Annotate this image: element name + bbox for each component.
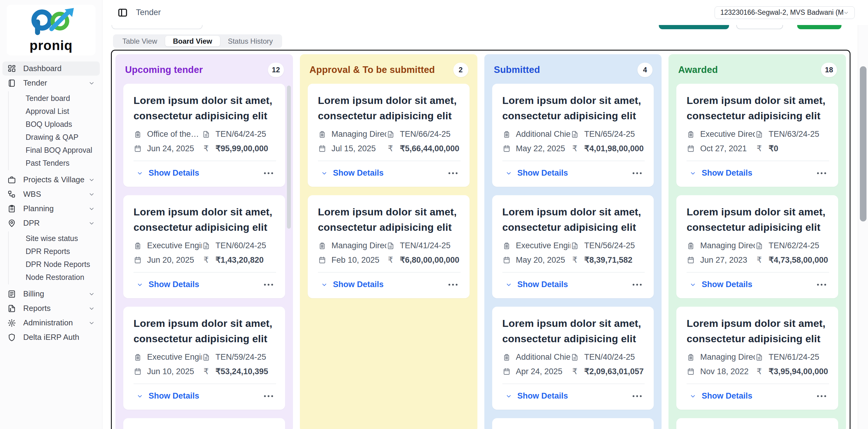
building-icon xyxy=(687,353,695,362)
calendar-icon xyxy=(133,256,142,264)
chevron-down-icon xyxy=(505,170,512,176)
tender-card[interactable]: Lorem ipsum dolor sit amet, consectetur … xyxy=(492,418,654,429)
sidebar-item-dashboard[interactable]: Dashboard xyxy=(2,62,100,76)
chevron-down-icon xyxy=(505,393,512,399)
tender-date: Nov 18, 2022 xyxy=(687,367,755,376)
sidebar-item-administration[interactable]: Administration xyxy=(2,316,100,330)
tender-card-title: Lorem ipsum dolor sit amet, consectetur … xyxy=(133,204,276,235)
tab-table-view[interactable]: Table View xyxy=(115,36,165,46)
tender-reference: TEN/59/24-25 xyxy=(202,353,276,362)
card-menu-button[interactable] xyxy=(816,393,827,399)
window-scrollbar[interactable] xyxy=(858,25,868,429)
brand-logo: proniq xyxy=(7,5,96,56)
show-details-link[interactable]: Show Details xyxy=(518,391,568,401)
show-details-link[interactable]: Show Details xyxy=(702,280,752,289)
card-menu-button[interactable] xyxy=(447,282,459,288)
tender-card[interactable]: Lorem ipsum dolor sit amet, consectetur … xyxy=(676,84,838,187)
partial-button-outline[interactable] xyxy=(736,25,783,29)
sidebar-item-boq-uploads[interactable]: BOQ Uploads xyxy=(9,118,102,131)
sidebar-item-label: Dashboard xyxy=(23,64,61,73)
card-menu-button[interactable] xyxy=(263,282,274,288)
show-details-link[interactable]: Show Details xyxy=(702,168,752,178)
sidebar-item-dpr-node-reports[interactable]: DPR Node Reports xyxy=(9,258,102,271)
show-details-link[interactable]: Show Details xyxy=(333,168,384,178)
tender-card[interactable]: Lorem ipsum dolor sit amet, consectetur … xyxy=(308,195,470,298)
tender-card[interactable]: Lorem ipsum dolor sit amet, consectetur … xyxy=(676,195,838,298)
column-count-badge: 12 xyxy=(268,63,284,77)
show-details-link[interactable]: Show Details xyxy=(702,391,752,401)
card-menu-button[interactable] xyxy=(631,393,643,399)
tender-date: Apr 24, 2025 xyxy=(502,367,571,376)
partial-button-green[interactable] xyxy=(797,25,841,29)
sidebar-item-projects-village[interactable]: Projects & Village xyxy=(2,173,100,187)
tab-board-view[interactable]: Board View xyxy=(165,36,220,46)
tender-card-title: Lorem ipsum dolor sit amet, consectetur … xyxy=(133,427,276,429)
project-selector[interactable]: 123230166-Segwal-2, MVS Badwani (MP) xyxy=(715,6,855,19)
sidebar-item-planning[interactable]: Planning xyxy=(2,202,100,216)
card-menu-button[interactable] xyxy=(447,170,459,176)
show-details-link[interactable]: Show Details xyxy=(149,280,199,289)
sidebar-item-wbs[interactable]: WBS xyxy=(2,187,100,201)
tender-card[interactable]: Lorem ipsum dolor sit amet, consectetur … xyxy=(308,84,470,187)
sidebar-item-node-restoration[interactable]: Node Restoration xyxy=(9,271,102,284)
window-scrollbar-thumb[interactable] xyxy=(860,66,867,222)
column-scrollbar-thumb[interactable] xyxy=(287,86,291,229)
sidebar-item-dpr-reports[interactable]: DPR Reports xyxy=(9,245,102,258)
sidebar-item-final-boq-approval[interactable]: Final BOQ Approval xyxy=(9,144,102,157)
calendar-icon xyxy=(502,144,511,153)
tender-card-title: Lorem ipsum dolor sit amet, consectetur … xyxy=(687,316,829,346)
partial-button-teal[interactable] xyxy=(659,25,729,29)
sidebar-item-drawing-qap[interactable]: Drawing & QAP xyxy=(9,131,102,144)
sidebar-item-billing[interactable]: Billing xyxy=(2,287,100,301)
sidebar-item-tender[interactable]: Tender xyxy=(2,76,100,90)
card-menu-button[interactable] xyxy=(816,170,827,176)
sidebar-item-dpr[interactable]: DPR xyxy=(2,216,100,230)
sidebar-item-approval-list[interactable]: Approval List xyxy=(9,105,102,118)
card-menu-button[interactable] xyxy=(263,170,274,176)
project-selector-value: 123230166-Segwal-2, MVS Badwani (MP) xyxy=(720,8,843,16)
sidebar-item-past-tenders[interactable]: Past Tenders xyxy=(9,157,102,170)
tender-card[interactable]: Lorem ipsum dolor sit amet, consectetur … xyxy=(123,307,285,410)
tender-card[interactable]: Lorem ipsum dolor sit amet, consectetur … xyxy=(676,418,838,429)
tender-card[interactable]: Lorem ipsum dolor sit amet, consectetur … xyxy=(492,195,654,298)
tender-card-title: Lorem ipsum dolor sit amet, consectetur … xyxy=(687,204,829,235)
sidebar-subsection: Site wise statusDPR ReportsDPR Node Repo… xyxy=(8,231,102,285)
tender-card[interactable]: Lorem ipsum dolor sit amet, consectetur … xyxy=(492,307,654,410)
chevron-down-icon xyxy=(88,205,95,212)
sidebar-toggle-icon[interactable] xyxy=(118,7,128,18)
card-menu-button[interactable] xyxy=(263,393,274,399)
sidebar-item-delta-ierp-auth[interactable]: Delta iERP Auth xyxy=(2,330,100,344)
page-title: Tender xyxy=(136,8,161,17)
tender-card[interactable]: Lorem ipsum dolor sit amet, consectetur … xyxy=(123,84,285,187)
tender-date: Jun 27, 2023 xyxy=(687,255,755,265)
card-menu-button[interactable] xyxy=(816,282,827,288)
show-details-link[interactable]: Show Details xyxy=(518,168,568,178)
card-footer: Show Details xyxy=(318,273,461,292)
tender-card[interactable]: Lorem ipsum dolor sit amet, consectetur … xyxy=(123,418,285,429)
card-footer: Show Details xyxy=(133,161,276,181)
sidebar-item-reports[interactable]: Reports xyxy=(2,301,100,316)
tender-board: Upcoming tender 12 Lorem ipsum dolor sit… xyxy=(111,50,850,429)
show-details-link[interactable]: Show Details xyxy=(149,391,199,401)
building-icon xyxy=(687,242,695,250)
sidebar-item-label: Reports xyxy=(23,304,51,313)
show-details-link[interactable]: Show Details xyxy=(518,280,568,289)
search-input-partial[interactable] xyxy=(112,25,203,29)
sidebar-item-tender-board[interactable]: Tender board xyxy=(9,92,102,105)
tender-card[interactable]: Lorem ipsum dolor sit amet, consectetur … xyxy=(492,84,654,187)
document-icon xyxy=(570,130,579,139)
tender-reference: TEN/65/24-25 xyxy=(570,130,645,139)
document-icon xyxy=(755,242,764,250)
sidebar-item-site-wise-status[interactable]: Site wise status xyxy=(9,232,102,245)
tender-icon xyxy=(7,79,16,88)
tender-organisation: Managing Director… xyxy=(318,130,386,139)
show-details-link[interactable]: Show Details xyxy=(333,280,384,289)
rupee-icon: ₹ xyxy=(570,367,579,376)
chevron-down-icon xyxy=(88,220,95,227)
tender-card[interactable]: Lorem ipsum dolor sit amet, consectetur … xyxy=(676,307,838,410)
card-menu-button[interactable] xyxy=(631,282,643,288)
tender-card[interactable]: Lorem ipsum dolor sit amet, consectetur … xyxy=(123,195,285,298)
show-details-link[interactable]: Show Details xyxy=(149,168,199,178)
tab-status-history[interactable]: Status History xyxy=(220,36,281,46)
card-menu-button[interactable] xyxy=(631,170,643,176)
